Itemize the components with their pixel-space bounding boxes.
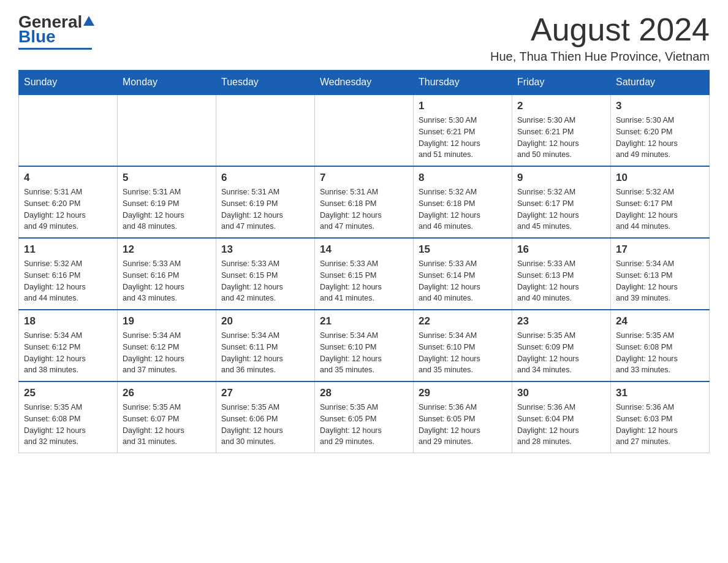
calendar-cell: 15Sunrise: 5:33 AM Sunset: 6:14 PM Dayli… (414, 238, 512, 310)
day-info: Sunrise: 5:30 AM Sunset: 6:21 PM Dayligh… (419, 115, 507, 161)
location-text: Hue, Thua Thien Hue Province, Vietnam (490, 50, 710, 64)
day-info: Sunrise: 5:34 AM Sunset: 6:12 PM Dayligh… (123, 330, 211, 376)
day-info: Sunrise: 5:33 AM Sunset: 6:14 PM Dayligh… (419, 258, 507, 304)
day-number: 7 (320, 172, 408, 184)
calendar-header-friday: Friday (512, 71, 611, 95)
calendar-cell: 13Sunrise: 5:33 AM Sunset: 6:15 PM Dayli… (216, 238, 315, 310)
calendar-cell: 3Sunrise: 5:30 AM Sunset: 6:20 PM Daylig… (611, 94, 710, 166)
day-number: 12 (123, 243, 211, 256)
day-number: 31 (616, 387, 704, 399)
calendar-cell (19, 94, 118, 166)
day-info: Sunrise: 5:36 AM Sunset: 6:05 PM Dayligh… (419, 402, 507, 448)
day-number: 21 (320, 315, 408, 327)
day-info: Sunrise: 5:32 AM Sunset: 6:18 PM Dayligh… (419, 186, 507, 232)
day-number: 15 (419, 243, 507, 256)
day-info: Sunrise: 5:31 AM Sunset: 6:18 PM Dayligh… (320, 186, 408, 232)
day-info: Sunrise: 5:31 AM Sunset: 6:20 PM Dayligh… (24, 186, 112, 232)
day-info: Sunrise: 5:34 AM Sunset: 6:10 PM Dayligh… (419, 330, 507, 376)
calendar-cell: 2Sunrise: 5:30 AM Sunset: 6:21 PM Daylig… (512, 94, 611, 166)
day-info: Sunrise: 5:35 AM Sunset: 6:08 PM Dayligh… (24, 402, 112, 448)
day-info: Sunrise: 5:34 AM Sunset: 6:12 PM Dayligh… (24, 330, 112, 376)
logo-triangle-icon (83, 16, 94, 26)
day-number: 22 (419, 315, 507, 327)
day-number: 18 (24, 315, 112, 327)
day-info: Sunrise: 5:30 AM Sunset: 6:20 PM Dayligh… (616, 115, 704, 161)
day-number: 4 (24, 172, 112, 184)
day-number: 8 (419, 172, 507, 184)
day-number: 30 (517, 387, 605, 399)
day-number: 20 (221, 315, 309, 327)
calendar-cell: 25Sunrise: 5:35 AM Sunset: 6:08 PM Dayli… (19, 381, 118, 453)
calendar-cell: 1Sunrise: 5:30 AM Sunset: 6:21 PM Daylig… (414, 94, 512, 166)
day-info: Sunrise: 5:33 AM Sunset: 6:13 PM Dayligh… (517, 258, 605, 304)
day-info: Sunrise: 5:35 AM Sunset: 6:06 PM Dayligh… (221, 402, 309, 448)
calendar-table: SundayMondayTuesdayWednesdayThursdayFrid… (18, 70, 710, 453)
calendar-cell: 20Sunrise: 5:34 AM Sunset: 6:11 PM Dayli… (216, 310, 315, 381)
day-info: Sunrise: 5:35 AM Sunset: 6:09 PM Dayligh… (517, 330, 605, 376)
day-number: 29 (419, 387, 507, 399)
calendar-cell: 14Sunrise: 5:33 AM Sunset: 6:15 PM Dayli… (315, 238, 414, 310)
calendar-header-tuesday: Tuesday (216, 71, 315, 95)
calendar-cell: 5Sunrise: 5:31 AM Sunset: 6:19 PM Daylig… (118, 166, 216, 238)
day-info: Sunrise: 5:30 AM Sunset: 6:21 PM Dayligh… (517, 115, 605, 161)
calendar-cell: 29Sunrise: 5:36 AM Sunset: 6:05 PM Dayli… (414, 381, 512, 453)
calendar-header-sunday: Sunday (19, 71, 118, 95)
calendar-header-wednesday: Wednesday (315, 71, 414, 95)
day-number: 9 (517, 172, 605, 184)
day-info: Sunrise: 5:32 AM Sunset: 6:17 PM Dayligh… (616, 186, 704, 232)
day-info: Sunrise: 5:36 AM Sunset: 6:04 PM Dayligh… (517, 402, 605, 448)
calendar-header-row: SundayMondayTuesdayWednesdayThursdayFrid… (19, 71, 710, 95)
day-number: 25 (24, 387, 112, 399)
calendar-header-saturday: Saturday (611, 71, 710, 95)
calendar-cell: 19Sunrise: 5:34 AM Sunset: 6:12 PM Dayli… (118, 310, 216, 381)
logo-underline (18, 48, 92, 50)
week-row-1: 1Sunrise: 5:30 AM Sunset: 6:21 PM Daylig… (19, 94, 710, 166)
day-number: 17 (616, 243, 704, 256)
day-info: Sunrise: 5:32 AM Sunset: 6:16 PM Dayligh… (24, 258, 112, 304)
day-info: Sunrise: 5:33 AM Sunset: 6:16 PM Dayligh… (123, 258, 211, 304)
calendar-cell: 22Sunrise: 5:34 AM Sunset: 6:10 PM Dayli… (414, 310, 512, 381)
day-number: 28 (320, 387, 408, 399)
day-info: Sunrise: 5:35 AM Sunset: 6:08 PM Dayligh… (616, 330, 704, 376)
calendar-cell (315, 94, 414, 166)
day-info: Sunrise: 5:35 AM Sunset: 6:07 PM Dayligh… (123, 402, 211, 448)
day-number: 27 (221, 387, 309, 399)
logo: General Blue (18, 12, 96, 50)
week-row-3: 11Sunrise: 5:32 AM Sunset: 6:16 PM Dayli… (19, 238, 710, 310)
header-right: August 2024 Hue, Thua Thien Hue Province… (490, 12, 710, 64)
day-number: 16 (517, 243, 605, 256)
day-number: 19 (123, 315, 211, 327)
week-row-4: 18Sunrise: 5:34 AM Sunset: 6:12 PM Dayli… (19, 310, 710, 381)
day-number: 3 (616, 100, 704, 112)
calendar-cell: 24Sunrise: 5:35 AM Sunset: 6:08 PM Dayli… (611, 310, 710, 381)
day-number: 23 (517, 315, 605, 327)
day-number: 11 (24, 243, 112, 256)
day-info: Sunrise: 5:31 AM Sunset: 6:19 PM Dayligh… (123, 186, 211, 232)
day-number: 13 (221, 243, 309, 256)
day-number: 6 (221, 172, 309, 184)
calendar-header-monday: Monday (118, 71, 216, 95)
day-info: Sunrise: 5:34 AM Sunset: 6:13 PM Dayligh… (616, 258, 704, 304)
day-info: Sunrise: 5:33 AM Sunset: 6:15 PM Dayligh… (221, 258, 309, 304)
day-info: Sunrise: 5:33 AM Sunset: 6:15 PM Dayligh… (320, 258, 408, 304)
week-row-2: 4Sunrise: 5:31 AM Sunset: 6:20 PM Daylig… (19, 166, 710, 238)
calendar-cell: 23Sunrise: 5:35 AM Sunset: 6:09 PM Dayli… (512, 310, 611, 381)
calendar-cell: 17Sunrise: 5:34 AM Sunset: 6:13 PM Dayli… (611, 238, 710, 310)
calendar-cell: 11Sunrise: 5:32 AM Sunset: 6:16 PM Dayli… (19, 238, 118, 310)
day-info: Sunrise: 5:34 AM Sunset: 6:10 PM Dayligh… (320, 330, 408, 376)
calendar-cell: 16Sunrise: 5:33 AM Sunset: 6:13 PM Dayli… (512, 238, 611, 310)
day-info: Sunrise: 5:32 AM Sunset: 6:17 PM Dayligh… (517, 186, 605, 232)
page-header: General Blue August 2024 Hue, Thua Thien… (18, 12, 710, 64)
calendar-cell (216, 94, 315, 166)
calendar-cell: 28Sunrise: 5:35 AM Sunset: 6:05 PM Dayli… (315, 381, 414, 453)
day-number: 26 (123, 387, 211, 399)
calendar-cell: 18Sunrise: 5:34 AM Sunset: 6:12 PM Dayli… (19, 310, 118, 381)
calendar-cell: 8Sunrise: 5:32 AM Sunset: 6:18 PM Daylig… (414, 166, 512, 238)
calendar-cell: 10Sunrise: 5:32 AM Sunset: 6:17 PM Dayli… (611, 166, 710, 238)
calendar-cell: 30Sunrise: 5:36 AM Sunset: 6:04 PM Dayli… (512, 381, 611, 453)
calendar-cell: 31Sunrise: 5:36 AM Sunset: 6:03 PM Dayli… (611, 381, 710, 453)
calendar-cell (118, 94, 216, 166)
day-number: 5 (123, 172, 211, 184)
calendar-cell: 26Sunrise: 5:35 AM Sunset: 6:07 PM Dayli… (118, 381, 216, 453)
calendar-cell: 27Sunrise: 5:35 AM Sunset: 6:06 PM Dayli… (216, 381, 315, 453)
